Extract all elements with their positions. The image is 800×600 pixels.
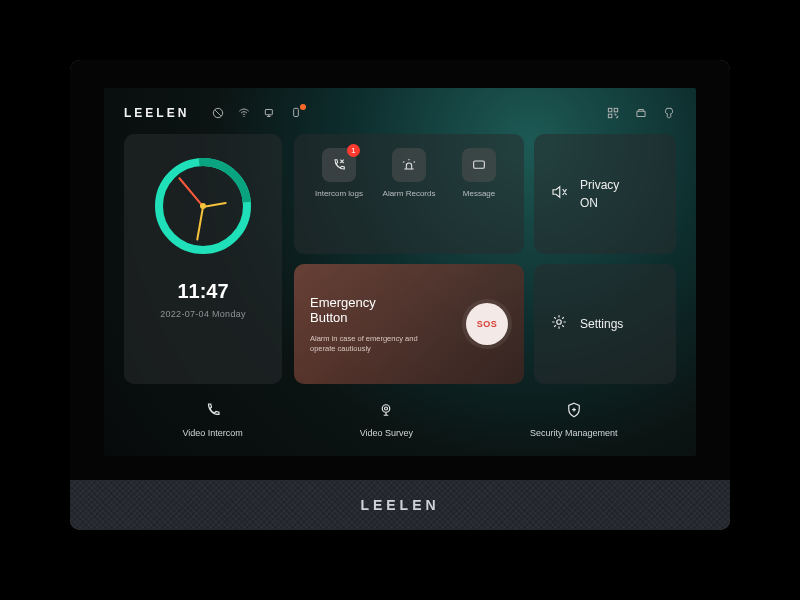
speaker-grille: LEELEN bbox=[70, 480, 730, 530]
alarm-light-icon bbox=[392, 148, 426, 182]
analog-clock bbox=[155, 158, 251, 254]
phone-icon bbox=[204, 401, 222, 423]
status-icons-right bbox=[606, 106, 676, 120]
scene-icon[interactable] bbox=[634, 106, 648, 120]
notification-icon[interactable] bbox=[289, 106, 303, 120]
cards-grid: 1 Intercom logs Alarm Records bbox=[294, 134, 676, 384]
nav-label: Video Survey bbox=[360, 428, 413, 438]
tile-label: Intercom logs bbox=[315, 190, 363, 199]
tile-intercom-logs[interactable]: 1 Intercom logs bbox=[304, 148, 374, 199]
screen: LEELEN bbox=[104, 88, 696, 456]
message-icon bbox=[462, 148, 496, 182]
settings-label: Settings bbox=[580, 317, 623, 331]
privacy-card[interactable]: Privacy ON bbox=[534, 134, 676, 254]
sos-button[interactable]: SOS bbox=[466, 303, 508, 345]
screen-bezel: LEELEN bbox=[70, 60, 730, 480]
notification-dot bbox=[300, 104, 306, 110]
tile-label: Message bbox=[463, 190, 495, 199]
tile-label: Alarm Records bbox=[383, 190, 436, 199]
wifi-icon[interactable] bbox=[237, 106, 251, 120]
privacy-state: ON bbox=[580, 196, 619, 210]
brand-logo: LEELEN bbox=[124, 106, 189, 120]
mute-icon bbox=[550, 183, 568, 205]
privacy-label: Privacy bbox=[580, 178, 619, 192]
clock-card[interactable]: 11:47 2022-07-04 Monday bbox=[124, 134, 282, 384]
svg-point-10 bbox=[385, 407, 388, 410]
network-icon[interactable] bbox=[263, 106, 277, 120]
brand-logo-bottom: LEELEN bbox=[360, 497, 439, 513]
tile-alarm-records[interactable]: Alarm Records bbox=[374, 148, 444, 199]
svg-rect-5 bbox=[614, 108, 618, 112]
nav-security-management[interactable]: Security Management bbox=[530, 401, 618, 438]
status-icons-left bbox=[211, 106, 303, 120]
emergency-title: Emergency Button bbox=[310, 295, 440, 326]
bottom-nav: Video Intercom Video Survey Security Man… bbox=[124, 392, 676, 446]
svg-rect-4 bbox=[608, 108, 612, 112]
tile-message[interactable]: Message bbox=[444, 148, 514, 199]
svg-point-9 bbox=[383, 404, 391, 412]
quick-tiles-card: 1 Intercom logs Alarm Records bbox=[294, 134, 524, 254]
svg-rect-2 bbox=[266, 110, 273, 115]
emergency-subtitle: Alarm in case of emergency and operate c… bbox=[310, 334, 440, 354]
badge-count: 1 bbox=[347, 144, 360, 157]
theme-icon[interactable] bbox=[662, 106, 676, 120]
camera-icon bbox=[377, 401, 395, 423]
svg-rect-6 bbox=[608, 114, 612, 118]
nav-label: Video Intercom bbox=[182, 428, 242, 438]
nav-video-survey[interactable]: Video Survey bbox=[360, 401, 413, 438]
phone-missed-icon: 1 bbox=[322, 148, 356, 182]
settings-card[interactable]: Settings bbox=[534, 264, 676, 384]
status-bar: LEELEN bbox=[124, 102, 676, 124]
sos-text: SOS bbox=[477, 319, 498, 329]
emergency-card[interactable]: Emergency Button Alarm in case of emerge… bbox=[294, 264, 524, 384]
shield-icon bbox=[565, 401, 583, 423]
dnd-icon[interactable] bbox=[211, 106, 225, 120]
device-frame: LEELEN bbox=[70, 60, 730, 530]
gear-icon bbox=[550, 313, 568, 335]
svg-point-8 bbox=[557, 320, 562, 325]
svg-rect-3 bbox=[294, 108, 299, 116]
nav-video-intercom[interactable]: Video Intercom bbox=[182, 401, 242, 438]
main-content: 11:47 2022-07-04 Monday 1 Intercom logs bbox=[124, 134, 676, 384]
date-text: 2022-07-04 Monday bbox=[160, 309, 246, 319]
nav-label: Security Management bbox=[530, 428, 618, 438]
svg-point-1 bbox=[244, 116, 245, 117]
qr-icon[interactable] bbox=[606, 106, 620, 120]
time-text: 11:47 bbox=[177, 280, 228, 303]
